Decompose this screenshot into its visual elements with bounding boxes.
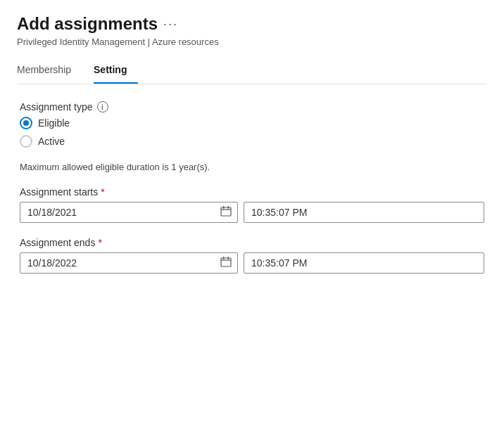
title-row: Add assignments ··· bbox=[17, 14, 487, 34]
ends-time-input[interactable] bbox=[244, 252, 484, 274]
assignment-starts-section: Assignment starts * bbox=[20, 186, 484, 223]
header: Add assignments ··· Privileged Identity … bbox=[17, 14, 487, 47]
active-radio-label[interactable]: Active bbox=[20, 135, 484, 148]
assignment-type-group: Assignment type i Eligible Active bbox=[20, 101, 484, 148]
assignment-type-label: Assignment type i bbox=[20, 101, 484, 113]
assignment-ends-section: Assignment ends * bbox=[20, 237, 484, 274]
page-title: Add assignments bbox=[17, 14, 158, 34]
svg-rect-4 bbox=[223, 257, 225, 259]
tab-setting[interactable]: Setting bbox=[94, 58, 138, 84]
starts-calendar-icon[interactable] bbox=[215, 205, 237, 219]
ends-date-wrapper bbox=[20, 252, 238, 274]
assignment-type-info-icon[interactable]: i bbox=[97, 101, 108, 113]
svg-rect-3 bbox=[221, 258, 231, 266]
starts-date-wrapper bbox=[20, 202, 238, 223]
eligible-radio[interactable] bbox=[20, 117, 32, 129]
ends-input-row bbox=[20, 252, 484, 274]
ends-calendar-icon[interactable] bbox=[215, 256, 237, 270]
svg-rect-5 bbox=[228, 257, 229, 259]
form-section: Assignment type i Eligible Active Maximu… bbox=[17, 101, 487, 274]
ends-date-input[interactable] bbox=[20, 253, 215, 273]
svg-rect-0 bbox=[221, 207, 231, 216]
starts-time-input[interactable] bbox=[244, 202, 484, 223]
starts-input-row bbox=[20, 202, 484, 223]
ends-required-star: * bbox=[98, 237, 101, 248]
assignment-ends-label: Assignment ends * bbox=[20, 237, 484, 248]
more-options-icon[interactable]: ··· bbox=[163, 17, 178, 32]
tabs-row: Membership Setting bbox=[17, 58, 487, 84]
duration-info-text: Maximum allowed eligible duration is 1 y… bbox=[20, 162, 484, 172]
tab-membership[interactable]: Membership bbox=[17, 58, 82, 84]
svg-rect-2 bbox=[228, 206, 229, 209]
eligible-radio-label[interactable]: Eligible bbox=[20, 117, 484, 129]
subtitle: Privileged Identity Management | Azure r… bbox=[17, 37, 487, 47]
assignment-starts-label: Assignment starts * bbox=[20, 186, 484, 198]
active-radio[interactable] bbox=[20, 135, 32, 148]
starts-required-star: * bbox=[101, 186, 104, 198]
assignment-type-radio-group: Eligible Active bbox=[20, 117, 484, 148]
starts-date-input[interactable] bbox=[20, 203, 215, 222]
svg-rect-1 bbox=[223, 206, 225, 209]
